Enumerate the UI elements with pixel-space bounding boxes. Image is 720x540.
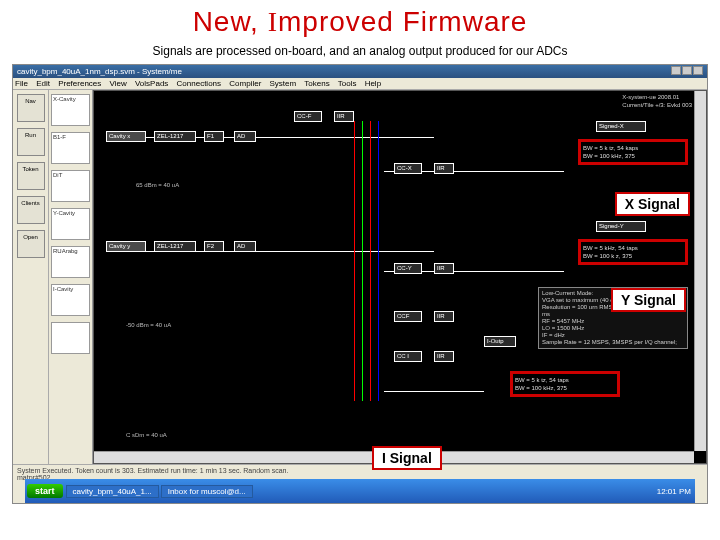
block-ccf[interactable]: CC-F <box>294 111 322 122</box>
block-iir5[interactable]: IIR <box>434 351 454 362</box>
menu-view[interactable]: View <box>110 79 127 88</box>
menu-connections[interactable]: Connections <box>177 79 221 88</box>
canvas-info: X-system-ue 2008.01Current/Tile +/3: Evk… <box>622 93 692 109</box>
block-cavity-y[interactable]: Cavity y <box>106 241 146 252</box>
menu-tools[interactable]: Tools <box>338 79 357 88</box>
block-ad2[interactable]: AD <box>234 241 256 252</box>
tool-rail: Nav Run Token Clients Open <box>13 90 49 464</box>
menu-system[interactable]: System <box>270 79 297 88</box>
block-cci[interactable]: CC I <box>394 351 422 362</box>
slot-icav[interactable]: I-Cavity <box>51 284 90 316</box>
block-ccx[interactable]: CC-X <box>394 163 422 174</box>
tool-open[interactable]: Open <box>17 230 45 258</box>
block-iir3[interactable]: IIR <box>434 263 454 274</box>
min-button[interactable] <box>671 66 681 75</box>
menu-prefs[interactable]: Preferences <box>58 79 101 88</box>
slot-dit[interactable]: DiT <box>51 170 90 202</box>
window-buttons[interactable] <box>670 66 703 77</box>
redbox-x: BW = 5 k tz, 54 kapsBW = 100 kHz, 375 <box>578 139 688 165</box>
slot-xcav[interactable]: X-Cavity <box>51 94 90 126</box>
callout-x: X Signal <box>615 192 690 216</box>
block-f1[interactable]: F1 <box>204 131 224 142</box>
slide-title: New, Improved Firmware <box>0 0 720 40</box>
app-window: cavity_bpm_40uA_1nm_dsp.svm - System/me … <box>12 64 708 504</box>
callout-i: I Signal <box>372 446 442 470</box>
menu-edit[interactable]: Edit <box>36 79 50 88</box>
block-f2[interactable]: F2 <box>204 241 224 252</box>
wire <box>354 121 355 401</box>
start-button[interactable]: start <box>27 484 63 498</box>
window-title: cavity_bpm_40uA_1nm_dsp.svm - System/me <box>17 67 182 76</box>
block-iir4[interactable]: IIR <box>434 311 454 322</box>
vscrollbar[interactable] <box>694 91 706 451</box>
tool-token[interactable]: Token <box>17 162 45 190</box>
block-zel2[interactable]: ZEL-1217 <box>154 241 196 252</box>
callout-y: Y Signal <box>611 288 686 312</box>
slot-b1f[interactable]: B1-F <box>51 132 90 164</box>
tool-run[interactable]: Run <box>17 128 45 156</box>
block-ioutp[interactable]: I-Outp <box>484 336 516 347</box>
block-ccy[interactable]: CC-Y <box>394 263 422 274</box>
menu-file[interactable]: File <box>15 79 28 88</box>
taskbar-task[interactable]: Inbox for muscol@d... <box>161 485 253 498</box>
wire <box>362 121 363 401</box>
block-iir2[interactable]: IIR <box>434 163 454 174</box>
menu-volspads[interactable]: VolsPads <box>135 79 168 88</box>
slot-ruarabg[interactable]: RUArabg <box>51 246 90 278</box>
note-dbm1: 65 dBm = 40 uA <box>134 181 214 190</box>
menu-help[interactable]: Help <box>365 79 381 88</box>
block-zel1[interactable]: ZEL-1217 <box>154 131 196 142</box>
redbox-y: BW = 5 kHz, 54 tapsBW = 100 k z, 375 <box>578 239 688 265</box>
menu-compiler[interactable]: Compiler <box>229 79 261 88</box>
taskbar-task[interactable]: cavity_bpm_40uA_1... <box>66 485 159 498</box>
block-cavity-x[interactable]: Cavity x <box>106 131 146 142</box>
block-signed-y[interactable]: Signed-Y <box>596 221 646 232</box>
slot-ycav[interactable]: Y-Cavity <box>51 208 90 240</box>
tool-clients[interactable]: Clients <box>17 196 45 224</box>
note-csdbm: C sDm = 40 uA <box>124 431 204 440</box>
system-tray[interactable]: 12:01 PM <box>653 487 695 496</box>
wire <box>378 121 379 401</box>
note-dbm2: -50 dBm = 40 uA <box>124 321 204 330</box>
diagram-canvas[interactable]: X-system-ue 2008.01Current/Tile +/3: Evk… <box>93 90 707 464</box>
max-button[interactable] <box>682 66 692 75</box>
wire <box>370 121 371 401</box>
slide-subtitle: Signals are processed on-board, and an a… <box>0 40 720 60</box>
menu-tokens[interactable]: Tokens <box>304 79 329 88</box>
block-signed-x[interactable]: Signed-X <box>596 121 646 132</box>
titlebar[interactable]: cavity_bpm_40uA_1nm_dsp.svm - System/me <box>13 65 707 78</box>
wire <box>384 391 484 392</box>
block-iir0[interactable]: IIR <box>334 111 354 122</box>
menubar[interactable]: File Edit Preferences View VolsPads Conn… <box>13 78 707 90</box>
block-ad[interactable]: AD <box>234 131 256 142</box>
tool-nav[interactable]: Nav <box>17 94 45 122</box>
slot-rail: X-Cavity B1-F DiT Y-Cavity RUArabg I-Cav… <box>49 90 93 464</box>
taskbar[interactable]: start cavity_bpm_40uA_1... Inbox for mus… <box>25 479 695 503</box>
block-ccf2[interactable]: CCF <box>394 311 422 322</box>
close-button[interactable] <box>693 66 703 75</box>
redbox-i: BW = 5 k tz, 54 tapsBW = 100 kHz, 375 <box>510 371 620 397</box>
slot-empty[interactable] <box>51 322 90 354</box>
